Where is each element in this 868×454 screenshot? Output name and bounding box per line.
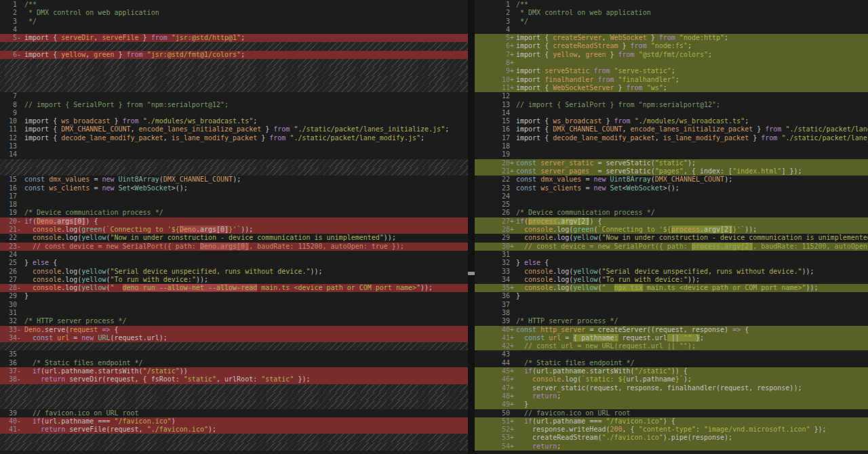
code-line[interactable]: 25} else {: [0, 259, 468, 267]
code-line[interactable]: 3 */: [0, 18, 468, 26]
scrollbar-thumb-icon[interactable]: [468, 272, 475, 275]
code-line[interactable]: 6+import { createReadStream } from "node…: [475, 42, 868, 50]
code-line[interactable]: 18: [0, 201, 468, 209]
code-line[interactable]: 14: [0, 150, 468, 159]
code-line[interactable]: 6-import { yellow, green } from "jsr:@st…: [0, 51, 468, 59]
code-line[interactable]: 30+ // const device = new SerialPort({ p…: [475, 243, 868, 251]
code-line[interactable]: 17: [0, 192, 468, 201]
code-line[interactable]: 2 * DMX control on web application: [0, 9, 468, 17]
code-line[interactable]: 29}: [0, 292, 468, 300]
code-line[interactable]: 10+import finalhandler from "finalhandle…: [475, 76, 868, 84]
code-line[interactable]: 21- console.log(green(`Connecting to '${…: [0, 226, 468, 234]
code-line[interactable]: 9: [0, 109, 468, 117]
code-line[interactable]: 1/**: [475, 1, 868, 9]
code-line[interactable]: 12import { decode_lane_modify_packet, is…: [0, 134, 468, 142]
code-line[interactable]: 16import { DMX_CHANNEL_COUNT, encode_lan…: [475, 125, 868, 133]
code-line[interactable]: 17import { decode_lane_modify_packet, is…: [475, 134, 868, 142]
code-line[interactable]: 34 console.log(yellow("To run with devic…: [475, 276, 868, 284]
code-line[interactable]: 50 // favicon.ico on URL root: [475, 409, 868, 417]
code-line[interactable]: 33 console.log(yellow("Serial device uns…: [475, 268, 868, 276]
code-line[interactable]: 1/**: [0, 1, 468, 9]
code-line[interactable]: 52+ response.writeHead(200, { "content-t…: [475, 426, 868, 434]
code-line[interactable]: 39 // favicon.ico on URL root: [0, 409, 468, 417]
code-line[interactable]: 30: [0, 301, 468, 309]
code-line[interactable]: 42+ // const url = new URL(request.url |…: [475, 342, 868, 350]
code-line[interactable]: 24: [0, 251, 468, 259]
code-line[interactable]: 19: [475, 150, 868, 159]
code-line[interactable]: 32} else {: [475, 259, 868, 267]
code-line[interactable]: 28- console.log(yellow(" deno run --allo…: [0, 284, 468, 292]
code-line[interactable]: 27+if(process.argv[2]) {: [475, 218, 868, 226]
diff-pane-old[interactable]: 1/**2 * DMX control on web application3 …: [0, 0, 468, 454]
code-line[interactable]: 29 console.log(yellow("Now in under cons…: [475, 234, 868, 242]
code-line[interactable]: 21+const server_pages = serveStatic("pag…: [475, 167, 868, 176]
code-line[interactable]: 5+import { createServer, WebSocket } fro…: [475, 34, 868, 42]
code-line[interactable]: 54+ return;: [475, 442, 868, 451]
code-line[interactable]: 53+ createReadStream("./favicon.ico").pi…: [475, 434, 868, 442]
code-line[interactable]: 7+import { yellow, green } from "@std/fm…: [475, 51, 868, 59]
code-line[interactable]: 37: [475, 301, 868, 309]
code-line[interactable]: 23- // const device = new SerialPort({ p…: [0, 243, 468, 251]
code-line[interactable]: 44 /* Static files endpoint */: [475, 359, 868, 367]
code-line[interactable]: 26 console.log(yellow("Serial device uns…: [0, 268, 468, 276]
code-line[interactable]: 7: [0, 92, 468, 100]
code-line[interactable]: 39/* HTTP server process */: [475, 317, 868, 325]
code-line[interactable]: 14: [475, 109, 868, 117]
code-line[interactable]: 11+import { WebSocketServer } from "ws";: [475, 84, 868, 92]
code-line[interactable]: 5-import { serveDir, serveFile } from "j…: [0, 34, 468, 42]
code-line[interactable]: 16const ws_clients = new Set<WebSocket>(…: [0, 184, 468, 192]
code-line[interactable]: 38: [475, 309, 868, 317]
code-line[interactable]: 19/* Device communication process */: [0, 209, 468, 217]
code-line[interactable]: 23const ws_clients = new Set<WebSocket>(…: [475, 184, 868, 192]
code-line[interactable]: 40+const http_server = createServer((req…: [475, 326, 868, 334]
code-line[interactable]: 27 console.log(yellow("To run with devic…: [0, 276, 468, 284]
code-line[interactable]: 51+ if(url.pathname === "/favicon.ico") …: [475, 417, 868, 426]
code-line[interactable]: 48+ return;: [475, 392, 868, 400]
code-line[interactable]: 41+ const url = { pathname: request.url …: [475, 334, 868, 342]
code-line[interactable]: 37- if(url.pathname.startsWith("/static"…: [0, 367, 468, 375]
code-line[interactable]: 35: [0, 350, 468, 358]
code-line[interactable]: 45+ if(url.pathname.startsWith("/static"…: [475, 367, 868, 375]
code-line[interactable]: 25: [475, 201, 868, 209]
code-line[interactable]: 40- if(url.pathname === "/favicon.ico"): [0, 417, 468, 426]
code-line[interactable]: 36}: [475, 292, 868, 300]
code-line[interactable]: 20-if(Deno.args[0]) {: [0, 218, 468, 226]
code-line[interactable]: 10import { ws_broadcast } from "./module…: [0, 117, 468, 125]
code-line[interactable]: 4: [475, 26, 868, 34]
code-line[interactable]: 9+import serveStatic from "serve-static"…: [475, 67, 868, 75]
code-line[interactable]: 8+: [475, 59, 868, 67]
code-line[interactable]: 24: [475, 192, 868, 201]
code-line[interactable]: 22const dmx_values = new Uint8Array(DMX_…: [475, 176, 868, 184]
code-line[interactable]: 4: [0, 26, 468, 34]
code-line[interactable]: 18: [475, 142, 868, 150]
code-line[interactable]: 26/* Device communication process */: [475, 209, 868, 217]
code-line[interactable]: 33-Deno.serve(request => {: [0, 326, 468, 334]
code-line[interactable]: 31: [475, 251, 868, 259]
code-segment: Deno.args[0]: [200, 243, 249, 250]
code-line[interactable]: 38- return serveDir(request, { fsRoot: "…: [0, 375, 468, 384]
code-line[interactable]: 15import { ws_broadcast } from "./module…: [475, 117, 868, 125]
code-line[interactable]: 28+ console.log(green(`Connecting to '${…: [475, 226, 868, 234]
code-line[interactable]: 31: [0, 309, 468, 317]
code-line[interactable]: 8// import { SerialPort } from "npm:seri…: [0, 101, 468, 109]
code-line[interactable]: 49+ }: [475, 400, 868, 409]
code-line[interactable]: 34- const url = new URL(request.url);: [0, 334, 468, 342]
code-line[interactable]: 13// import { SerialPort } from "npm:ser…: [475, 101, 868, 109]
code-line[interactable]: 15const dmx_values = new Uint8Array(DMX_…: [0, 176, 468, 184]
code-line[interactable]: 35+ console.log(yellow(" npx tsx main.ts…: [475, 284, 868, 292]
code-line[interactable]: 3 */: [475, 18, 868, 26]
code-line[interactable]: 11import { DMX_CHANNEL_COUNT, encode_lan…: [0, 125, 468, 133]
code-line[interactable]: 47+ server_static(request, response, fin…: [475, 384, 868, 392]
code-line[interactable]: 46+ console.log(`static: ${url.pathname}…: [475, 375, 868, 384]
code-line[interactable]: 43: [475, 350, 868, 358]
code-line[interactable]: 41- return serveFile(request, "./favicon…: [0, 426, 468, 434]
code-line[interactable]: 36 /* Static files endpoint */: [0, 359, 468, 367]
code-line[interactable]: 20+const server_static = serveStatic("st…: [475, 159, 868, 167]
split-divider[interactable]: [468, 0, 475, 454]
code-line[interactable]: 32/* HTTP server process */: [0, 317, 468, 325]
code-line[interactable]: 12: [475, 92, 868, 100]
code-line[interactable]: 22 console.log(yellow("Now in under cons…: [0, 234, 468, 242]
code-line[interactable]: 2 * DMX control on web application: [475, 9, 868, 17]
code-line[interactable]: 13: [0, 142, 468, 150]
diff-pane-new[interactable]: 1/**2 * DMX control on web application3 …: [475, 0, 868, 454]
